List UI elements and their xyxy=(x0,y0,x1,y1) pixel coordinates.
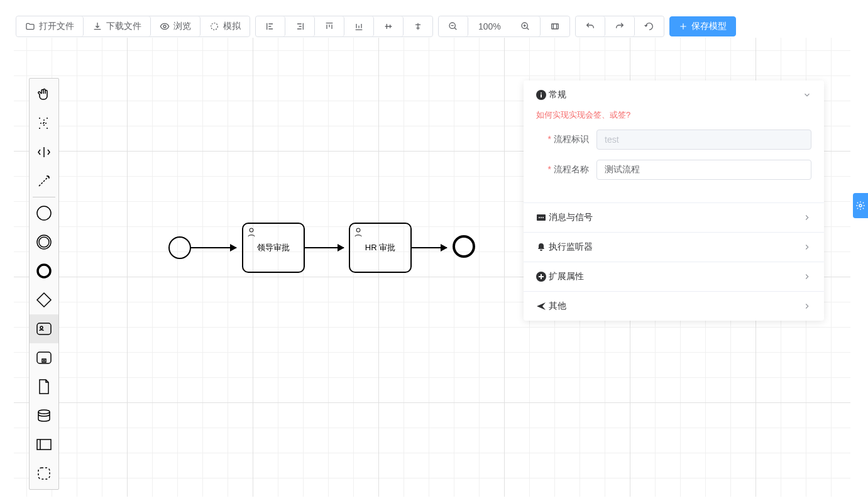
undo-icon xyxy=(585,21,595,31)
chevron-right-icon xyxy=(803,302,811,311)
zoom-in-button[interactable] xyxy=(511,16,541,36)
open-file-button[interactable]: 打开文件 xyxy=(16,16,84,36)
section-extension-attrs-header[interactable]: 扩展属性 xyxy=(524,262,824,291)
section-extension-attrs-title: 扩展属性 xyxy=(549,271,584,282)
download-file-label: 下载文件 xyxy=(106,21,141,32)
undo-button[interactable] xyxy=(576,16,605,36)
align-center-h-icon xyxy=(383,21,393,31)
align-top-button[interactable] xyxy=(315,16,344,36)
redo-button[interactable] xyxy=(605,16,635,36)
svg-point-20 xyxy=(539,217,540,218)
svg-point-16 xyxy=(250,228,253,232)
task-leader-approval[interactable]: 领导审批 xyxy=(242,223,305,273)
align-left-icon xyxy=(265,21,275,31)
align-center-h-button[interactable] xyxy=(374,16,404,36)
chevron-right-icon xyxy=(803,213,811,222)
open-file-label: 打开文件 xyxy=(39,21,74,32)
sequence-flow-2[interactable] xyxy=(305,247,344,248)
section-other: 其他 xyxy=(524,292,824,321)
properties-panel: 常规 如何实现实现会签、或签? *流程标识 *流程名称 xyxy=(524,80,824,321)
align-left-button[interactable] xyxy=(256,16,285,36)
section-general-body: 如何实现实现会签、或签? *流程标识 *流程名称 xyxy=(524,109,824,202)
info-icon xyxy=(536,90,546,100)
simulate-icon xyxy=(209,21,219,31)
chevron-right-icon xyxy=(803,243,811,252)
user-icon xyxy=(246,227,256,237)
plus-icon xyxy=(679,22,688,31)
reset-icon xyxy=(644,21,654,31)
preview-button[interactable]: 浏览 xyxy=(151,16,201,36)
history-group xyxy=(575,16,664,37)
chevron-right-icon xyxy=(803,272,811,281)
eye-icon xyxy=(160,21,170,31)
section-other-title: 其他 xyxy=(549,301,566,312)
fit-icon xyxy=(550,21,560,31)
zoom-out-icon xyxy=(448,21,458,31)
user-icon xyxy=(353,227,363,237)
send-icon xyxy=(536,301,546,311)
process-name-row: *流程名称 xyxy=(536,160,811,180)
svg-point-21 xyxy=(541,217,542,218)
task-label: HR 审批 xyxy=(365,242,395,253)
save-model-label: 保存模型 xyxy=(691,21,727,32)
section-execution-listener-header[interactable]: 执行监听器 xyxy=(524,233,824,262)
gear-icon xyxy=(855,201,865,211)
zoom-in-icon xyxy=(520,21,530,31)
svg-point-1 xyxy=(211,23,218,30)
process-name-input[interactable] xyxy=(596,160,811,180)
section-execution-listener-title: 执行监听器 xyxy=(549,241,593,253)
section-general-title: 常规 xyxy=(549,89,566,101)
simulate-button[interactable]: 模拟 xyxy=(201,16,250,36)
end-event[interactable] xyxy=(453,235,475,258)
simulate-label: 模拟 xyxy=(223,21,241,32)
section-general-header[interactable]: 常规 xyxy=(524,80,824,109)
download-file-button[interactable]: 下载文件 xyxy=(84,16,151,36)
align-right-button[interactable] xyxy=(285,16,315,36)
process-id-label: *流程标识 xyxy=(536,134,589,145)
panel-toggle[interactable] xyxy=(853,193,868,218)
download-icon xyxy=(92,21,102,31)
svg-point-24 xyxy=(859,204,862,207)
chevron-down-icon xyxy=(803,91,811,99)
zoom-level: 100% xyxy=(468,16,511,36)
sequence-flow-3[interactable] xyxy=(412,247,447,248)
align-bottom-icon xyxy=(354,21,364,31)
zoom-out-button[interactable] xyxy=(439,16,468,36)
svg-point-0 xyxy=(163,25,166,28)
zoom-group: 100% xyxy=(438,16,570,37)
start-event[interactable] xyxy=(168,236,191,259)
plus-circle-icon xyxy=(536,272,546,282)
svg-point-22 xyxy=(542,217,544,218)
section-extension-attrs: 扩展属性 xyxy=(524,262,824,292)
redo-icon xyxy=(615,21,625,31)
align-center-v-icon xyxy=(413,21,423,31)
hint-text[interactable]: 如何实现实现会签、或签? xyxy=(536,109,811,121)
task-hr-approval[interactable]: HR 审批 xyxy=(349,223,412,273)
align-top-icon xyxy=(324,21,334,31)
section-message-signal: 消息与信号 xyxy=(524,203,824,233)
align-group xyxy=(255,16,433,37)
toolbar: 打开文件 下载文件 浏览 模拟 100% 保存模型 xyxy=(0,0,868,37)
section-execution-listener: 执行监听器 xyxy=(524,233,824,262)
task-label: 领导审批 xyxy=(257,242,290,253)
svg-point-17 xyxy=(356,228,360,232)
process-name-label: *流程名称 xyxy=(536,164,589,175)
sequence-flow-1[interactable] xyxy=(191,247,236,248)
reset-button[interactable] xyxy=(635,16,664,36)
align-center-v-button[interactable] xyxy=(404,16,432,36)
process-id-input xyxy=(596,130,811,150)
message-icon xyxy=(536,213,546,223)
section-general: 常规 如何实现实现会签、或签? *流程标识 *流程名称 xyxy=(524,80,824,203)
align-bottom-button[interactable] xyxy=(344,16,374,36)
canvas[interactable]: 领导审批 HR 审批 常规 如何实现实现会签、或签? *流程标识 xyxy=(14,38,850,497)
svg-rect-4 xyxy=(551,24,558,29)
section-other-header[interactable]: 其他 xyxy=(524,292,824,321)
section-message-signal-header[interactable]: 消息与信号 xyxy=(524,203,824,232)
save-model-button[interactable]: 保存模型 xyxy=(669,16,736,36)
align-right-icon xyxy=(295,21,305,31)
fit-viewport-button[interactable] xyxy=(541,16,569,36)
section-message-signal-title: 消息与信号 xyxy=(549,212,593,223)
file-group: 打开文件 下载文件 浏览 模拟 xyxy=(16,16,250,37)
process-id-row: *流程标识 xyxy=(536,130,811,150)
folder-icon xyxy=(25,21,35,31)
